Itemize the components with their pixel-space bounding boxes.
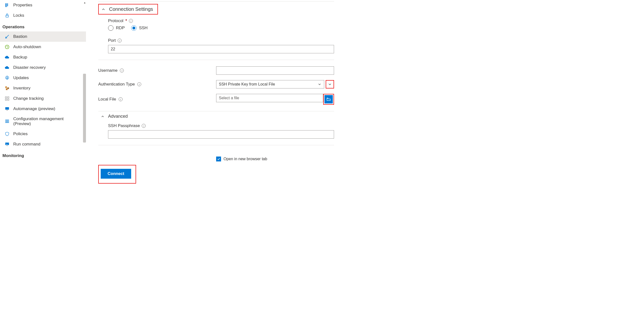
protocol-radio-ssh[interactable]: SSH — [131, 25, 148, 31]
port-label: Port — [108, 38, 116, 43]
open-new-tab-checkbox[interactable]: Open in new browser tab — [216, 157, 267, 161]
local-file-browse-highlight — [323, 94, 334, 105]
track-icon — [4, 96, 10, 101]
clock-icon — [4, 44, 10, 50]
passphrase-label: SSH Passphrase — [108, 123, 140, 128]
svg-rect-9 — [6, 97, 7, 98]
local-file-browse-button[interactable] — [324, 95, 333, 103]
radio-unselected-icon — [108, 25, 114, 31]
gear-icon — [4, 75, 10, 81]
info-icon[interactable] — [137, 82, 141, 86]
passphrase-input[interactable] — [108, 130, 334, 139]
console-icon — [4, 142, 10, 147]
sidebar-item-disaster-recovery[interactable]: Disaster recovery — [0, 62, 86, 73]
sidebar-item-label: Backup — [13, 55, 27, 60]
local-file-label: Local File — [98, 97, 116, 102]
sidebar-item-updates[interactable]: Updates — [0, 73, 86, 83]
svg-rect-2 — [7, 4, 8, 7]
username-input[interactable] — [216, 66, 334, 75]
connect-button-highlight: Connect — [98, 165, 136, 184]
auth-type-dropdown[interactable]: SSH Private Key from Local File — [216, 80, 324, 89]
auth-type-label: Authentication Type — [98, 82, 135, 87]
protocol-label-row: Protocol * — [108, 19, 334, 23]
sidebar: ▲ Properties Locks Operations Bastion Au… — [0, 0, 86, 331]
sidebar-group-monitoring: Monitoring — [0, 149, 86, 160]
protocol-radio-rdp[interactable]: RDP — [108, 25, 125, 31]
svg-point-5 — [7, 77, 8, 79]
sidebar-item-bastion[interactable]: Bastion — [0, 32, 86, 42]
local-file-input[interactable]: Select a file — [216, 94, 323, 102]
username-label: Username — [98, 68, 118, 73]
list-icon — [4, 119, 10, 124]
divider — [98, 60, 334, 60]
svg-rect-8 — [6, 89, 8, 90]
info-icon[interactable] — [120, 69, 124, 73]
svg-rect-13 — [6, 107, 9, 110]
sidebar-item-label: Properties — [13, 3, 32, 8]
chevron-down-icon — [318, 82, 322, 86]
monitor-icon — [4, 106, 10, 112]
info-icon[interactable] — [119, 97, 122, 101]
sidebar-item-label: Locks — [13, 13, 24, 18]
sidebar-item-label: Policies — [13, 131, 28, 136]
chevron-up-icon — [101, 7, 106, 12]
connection-settings-header[interactable]: Connection Settings — [98, 4, 158, 15]
chevron-up-icon — [101, 115, 105, 118]
radio-label: RDP — [116, 26, 125, 31]
divider — [98, 145, 334, 145]
checkbox-checked-icon — [216, 157, 221, 161]
sidebar-item-policies[interactable]: Policies — [0, 129, 86, 139]
boxes-icon — [4, 86, 10, 91]
sidebar-item-backup[interactable]: Backup — [0, 52, 86, 62]
folder-icon — [326, 97, 331, 102]
svg-rect-15 — [6, 120, 9, 120]
divider — [98, 1, 334, 2]
bastion-icon — [4, 34, 10, 39]
sidebar-item-run-command[interactable]: Run command — [0, 139, 86, 149]
radio-selected-icon — [131, 25, 136, 31]
svg-rect-7 — [7, 88, 9, 89]
divider — [98, 111, 334, 111]
sidebar-item-locks[interactable]: Locks — [0, 10, 86, 21]
svg-rect-19 — [7, 145, 8, 146]
shield-icon — [4, 131, 10, 137]
protocol-label: Protocol — [108, 19, 123, 23]
cloud-icon — [4, 65, 10, 70]
sidebar-scrollthumb[interactable] — [83, 74, 86, 143]
radio-label: SSH — [139, 26, 148, 31]
svg-rect-6 — [6, 87, 7, 88]
advanced-label: Advanced — [108, 114, 128, 119]
local-file-placeholder: Select a file — [219, 96, 239, 100]
passphrase-label-row: SSH Passphrase — [108, 123, 334, 128]
sidebar-item-inventory[interactable]: Inventory — [0, 83, 86, 93]
port-input[interactable] — [108, 45, 334, 53]
sidebar-item-automanage[interactable]: Automanage (preview) — [0, 104, 86, 114]
advanced-header[interactable]: Advanced — [101, 114, 334, 119]
sidebar-item-label: Disaster recovery — [13, 65, 46, 70]
svg-rect-12 — [8, 99, 9, 101]
auth-type-chevron-highlight[interactable] — [326, 80, 334, 89]
sidebar-scrollbar[interactable] — [83, 0, 86, 331]
svg-rect-16 — [6, 121, 9, 122]
info-icon[interactable] — [118, 39, 122, 43]
sidebar-item-label: Inventory — [13, 86, 30, 91]
sidebar-item-change-tracking[interactable]: Change tracking — [0, 93, 86, 104]
svg-rect-1 — [6, 4, 7, 7]
sidebar-item-label: Automanage (preview) — [13, 106, 55, 111]
info-icon[interactable] — [142, 124, 146, 128]
sidebar-group-operations: Operations — [0, 21, 86, 32]
svg-rect-17 — [6, 122, 9, 123]
sidebar-item-config-mgmt[interactable]: Configuration management (Preview) — [0, 114, 86, 129]
sidebar-item-label: Configuration management (Preview) — [13, 117, 82, 126]
svg-rect-14 — [7, 110, 8, 111]
connect-button[interactable]: Connect — [101, 169, 131, 179]
sidebar-item-label: Updates — [13, 76, 29, 80]
sidebar-item-properties[interactable]: Properties — [0, 0, 86, 10]
required-asterisk: * — [125, 19, 127, 23]
chevron-down-icon — [328, 82, 332, 87]
info-icon[interactable] — [129, 19, 133, 23]
auth-type-value: SSH Private Key from Local File — [219, 82, 275, 87]
sidebar-item-label: Auto-shutdown — [13, 45, 41, 49]
properties-icon — [4, 3, 10, 8]
sidebar-item-auto-shutdown[interactable]: Auto-shutdown — [0, 42, 86, 52]
